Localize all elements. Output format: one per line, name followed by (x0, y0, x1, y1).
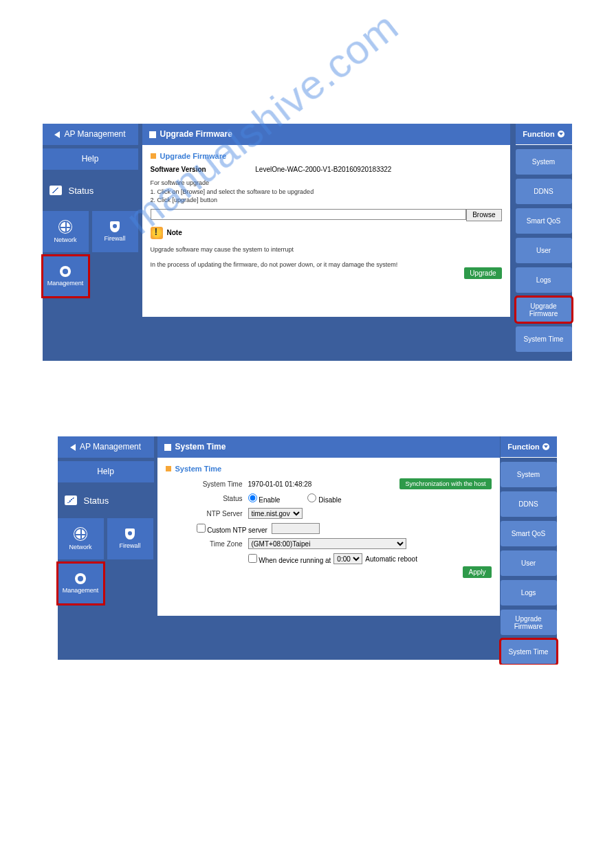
status-section[interactable]: Status (43, 173, 138, 208)
status-row: Status Enable Disable (166, 493, 492, 504)
function-sidebar: Function System DDNS Smart QoS User Logs… (501, 436, 557, 665)
system-time-label: System Time (166, 480, 248, 488)
fn-logs[interactable]: Logs (516, 267, 572, 293)
system-time-screen: AP Management Help Status Network Firewa… (58, 436, 557, 660)
fn-system-time[interactable]: System Time (516, 326, 572, 352)
tile-firewall-label: Firewall (104, 235, 125, 242)
tile-network[interactable]: Network (58, 518, 104, 559)
chevron-down-icon (558, 131, 564, 137)
page-header: System Time (157, 436, 500, 458)
ntp-server-select[interactable]: time.nist.gov (248, 508, 303, 519)
fn-upgrade-firmware[interactable]: Upgrade Firmware (501, 610, 557, 635)
file-path-input[interactable] (151, 209, 467, 220)
fn-system-time[interactable]: System Time (501, 639, 557, 665)
shield-icon (110, 221, 120, 232)
system-time-value: 1970-01-01 01:48:28 (248, 480, 312, 488)
ap-management-link[interactable]: AP Management (58, 436, 154, 458)
auto-reboot-option[interactable]: When device running at (248, 554, 331, 564)
function-header-label: Function (523, 124, 554, 145)
tile-firewall[interactable]: Firewall (92, 211, 138, 252)
function-header-label: Function (507, 436, 539, 458)
ap-management-label: AP Management (64, 124, 125, 145)
square-icon (164, 444, 171, 451)
square-icon (149, 131, 156, 138)
function-header[interactable]: Function (501, 436, 557, 458)
timezone-row: Time Zone (GMT+08:00)Taipei (166, 538, 492, 549)
shield-icon (125, 528, 135, 539)
fn-user[interactable]: User (516, 238, 572, 263)
custom-ntp-row: Custom NTP server (166, 523, 492, 534)
auto-reboot-checkbox[interactable] (248, 554, 257, 563)
disable-radio[interactable] (307, 493, 316, 502)
help-link[interactable]: Help (43, 148, 138, 170)
upgrade-firmware-screen: AP Management Help Status Network Firewa… (43, 124, 572, 361)
ntp-server-label: NTP Server (166, 510, 248, 518)
section-subheader: Upgrade Firmware (151, 152, 502, 160)
instr-line: 1. Click on [Browse] and select the soft… (151, 188, 502, 197)
fn-logs[interactable]: Logs (501, 580, 557, 605)
software-version-label: Software Version (151, 166, 254, 173)
custom-ntp-checkbox[interactable] (197, 524, 206, 533)
warning-msg-2: In the process of updating the firmware,… (151, 261, 502, 268)
fn-smart-qos[interactable]: Smart QoS (501, 521, 557, 546)
tile-management[interactable]: Management (58, 563, 104, 604)
function-header[interactable]: Function (516, 124, 572, 145)
software-version-row: Software Version LevelOne-WAC-2000-V1-B2… (151, 166, 502, 173)
fn-user[interactable]: User (501, 550, 557, 576)
file-select-row: Browse (151, 209, 502, 221)
ap-management-link[interactable]: AP Management (43, 124, 138, 145)
warning-icon (151, 227, 163, 239)
tile-management-label: Management (47, 280, 84, 287)
page-header: Upgrade Firmware (142, 124, 510, 145)
globe-icon (74, 527, 87, 541)
disable-option[interactable]: Disable (307, 493, 341, 504)
system-time-row: System Time 1970-01-01 01:48:28 Synchron… (166, 478, 492, 489)
chart-icon (65, 496, 77, 505)
function-sidebar: Function System DDNS Smart QoS User Logs… (516, 124, 572, 352)
note-row: Note (151, 227, 502, 239)
main-content: Upgrade Firmware Upgrade Firmware Softwa… (142, 124, 510, 317)
gear-icon (75, 573, 86, 584)
section-subheader: System Time (166, 465, 492, 473)
page-title: System Time (175, 436, 226, 458)
upgrade-button[interactable]: Upgrade (464, 267, 501, 279)
custom-ntp-option[interactable]: Custom NTP server (197, 524, 267, 534)
status-label: Status (84, 496, 109, 506)
ntp-server-row: NTP Server time.nist.gov (166, 508, 492, 519)
bullet-icon (166, 466, 171, 471)
software-version-value: LevelOne-WAC-2000-V1-B20160920183322 (255, 166, 391, 173)
tile-network-label: Network (69, 544, 91, 550)
fn-system[interactable]: System (516, 149, 572, 175)
auto-reboot-row: When device running at 0:00 Automatic re… (166, 553, 492, 564)
tile-network[interactable]: Network (43, 211, 89, 252)
custom-ntp-input[interactable] (272, 523, 320, 534)
ap-management-label: AP Management (80, 436, 141, 458)
globe-icon (58, 220, 72, 234)
status-label: Status (69, 186, 94, 196)
sync-host-button[interactable]: Synchronization with the host (399, 478, 491, 489)
tile-firewall[interactable]: Firewall (107, 518, 153, 559)
status-section[interactable]: Status (58, 486, 154, 515)
apply-button[interactable]: Apply (463, 566, 491, 578)
enable-radio[interactable] (248, 493, 257, 502)
instr-line: For software upgrade (151, 179, 502, 188)
help-link[interactable]: Help (58, 461, 154, 482)
arrow-left-icon (54, 131, 60, 138)
main-content: System Time System Time System Time 1970… (157, 436, 500, 616)
fn-ddns[interactable]: DDNS (501, 491, 557, 517)
timezone-select[interactable]: (GMT+08:00)Taipei (248, 538, 406, 549)
warning-msg-1: Upgrade software may cause the system to… (151, 246, 502, 253)
tile-management[interactable]: Management (43, 256, 89, 297)
arrow-left-icon (70, 444, 76, 451)
fn-system[interactable]: System (501, 462, 557, 487)
browse-button[interactable]: Browse (466, 209, 501, 221)
bullet-icon (151, 153, 156, 159)
auto-reboot-suffix: Automatic reboot (365, 555, 417, 563)
fn-smart-qos[interactable]: Smart QoS (516, 208, 572, 234)
content-panel: Upgrade Firmware Software Version LevelO… (142, 145, 510, 317)
tile-network-label: Network (54, 236, 76, 243)
fn-upgrade-firmware[interactable]: Upgrade Firmware (516, 297, 572, 322)
enable-option[interactable]: Enable (248, 493, 281, 504)
fn-ddns[interactable]: DDNS (516, 179, 572, 204)
reboot-time-select[interactable]: 0:00 (333, 553, 362, 564)
